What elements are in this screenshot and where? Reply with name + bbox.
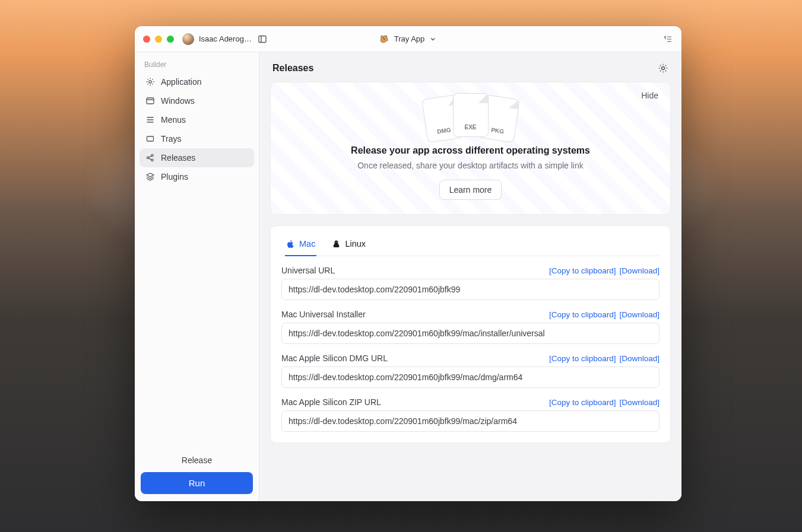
download-link[interactable]: [Download] bbox=[619, 266, 660, 275]
sidebar-item-label: Windows bbox=[161, 96, 195, 106]
url-label: Mac Apple Silicon DMG URL bbox=[281, 353, 388, 363]
app-name-label: Tray App bbox=[394, 34, 425, 43]
titlebar-right-menu-icon[interactable] bbox=[664, 34, 673, 44]
sidebar-footer: Release Run bbox=[135, 445, 259, 501]
url-input-mac-arm64-zip[interactable] bbox=[281, 410, 660, 432]
sidebar-item-label: Trays bbox=[161, 134, 181, 144]
sidebar-item-windows[interactable]: Windows bbox=[140, 91, 254, 110]
sidebar-list: Application Windows Menus bbox=[135, 72, 259, 186]
svg-rect-2 bbox=[147, 98, 154, 104]
traffic-lights bbox=[143, 36, 174, 43]
file-illustration: DMG EXE PKG bbox=[284, 93, 657, 137]
svg-rect-0 bbox=[259, 36, 266, 42]
sidebar-item-label: Plugins bbox=[161, 172, 188, 181]
panel-toggle-icon[interactable] bbox=[258, 34, 267, 44]
tab-label: Linux bbox=[345, 239, 366, 249]
run-button[interactable]: Run bbox=[141, 472, 253, 494]
url-block-mac-arm64-dmg: Mac Apple Silicon DMG URL [Copy to clipb… bbox=[281, 353, 660, 388]
svg-point-9 bbox=[335, 241, 336, 242]
release-link[interactable]: Release bbox=[141, 451, 253, 470]
tab-mac[interactable]: Mac bbox=[285, 234, 316, 256]
username-label[interactable]: Isaac Aderog… bbox=[199, 34, 252, 43]
sidebar-item-label: Releases bbox=[161, 153, 195, 163]
hero-heading: Release your app across different operat… bbox=[284, 145, 657, 156]
copy-to-clipboard-link[interactable]: [Copy to clipboard] bbox=[549, 398, 616, 407]
page-title: Releases bbox=[272, 63, 313, 74]
sidebar-item-trays[interactable]: Trays bbox=[140, 129, 254, 148]
settings-gear-icon[interactable] bbox=[658, 63, 668, 74]
copy-to-clipboard-link[interactable]: [Copy to clipboard] bbox=[549, 266, 616, 275]
copy-to-clipboard-link[interactable]: [Copy to clipboard] bbox=[549, 310, 616, 319]
url-label: Mac Universal Installer bbox=[281, 310, 366, 319]
app-window: Isaac Aderog… Tray App Builder bbox=[135, 26, 681, 501]
hero-subheading: Once released, share your desktop artifa… bbox=[284, 161, 657, 170]
main-header: Releases bbox=[270, 63, 671, 82]
platform-tabs: Mac Linux bbox=[281, 234, 660, 256]
download-link[interactable]: [Download] bbox=[619, 310, 660, 319]
sidebar: Builder Application Windows bbox=[135, 52, 259, 501]
menu-icon bbox=[145, 115, 155, 125]
tray-icon bbox=[145, 134, 155, 144]
url-input-universal[interactable] bbox=[281, 279, 660, 300]
svg-point-4 bbox=[147, 157, 148, 158]
url-label: Mac Apple Silicon ZIP URL bbox=[281, 397, 381, 407]
tab-linux[interactable]: Linux bbox=[331, 234, 367, 256]
minimize-window-button[interactable] bbox=[155, 36, 162, 43]
url-block-mac-arm64-zip: Mac Apple Silicon ZIP URL [Copy to clipb… bbox=[281, 397, 660, 432]
svg-point-6 bbox=[151, 159, 153, 161]
titlebar: Isaac Aderog… Tray App bbox=[135, 26, 681, 52]
avatar[interactable] bbox=[182, 33, 194, 45]
sidebar-section-label: Builder bbox=[135, 52, 259, 72]
titlebar-app-switcher[interactable]: Tray App bbox=[380, 34, 437, 44]
download-link[interactable]: [Download] bbox=[619, 354, 660, 363]
learn-more-button[interactable]: Learn more bbox=[439, 180, 502, 200]
sidebar-item-releases[interactable]: Releases bbox=[140, 148, 254, 167]
url-input-mac-universal-installer[interactable] bbox=[281, 323, 660, 344]
stack-icon bbox=[145, 172, 155, 181]
copy-to-clipboard-link[interactable]: [Copy to clipboard] bbox=[549, 354, 616, 363]
window-body: Builder Application Windows bbox=[135, 52, 681, 501]
svg-point-10 bbox=[337, 241, 337, 242]
hero-card: Hide DMG EXE PKG Release your app across… bbox=[270, 82, 671, 215]
svg-point-5 bbox=[151, 154, 153, 156]
sidebar-item-plugins[interactable]: Plugins bbox=[140, 167, 254, 186]
maximize-window-button[interactable] bbox=[167, 36, 174, 43]
tab-label: Mac bbox=[299, 239, 315, 249]
sidebar-item-menus[interactable]: Menus bbox=[140, 110, 254, 129]
chevron-down-icon bbox=[429, 36, 436, 43]
url-block-mac-universal-installer: Mac Universal Installer [Copy to clipboa… bbox=[281, 310, 660, 344]
svg-rect-3 bbox=[147, 136, 154, 141]
linux-icon bbox=[332, 240, 341, 249]
urls-card: Mac Linux Universal URL [Copy to clipboa… bbox=[270, 225, 671, 443]
file-icon-exe: EXE bbox=[453, 93, 489, 137]
url-input-mac-arm64-dmg[interactable] bbox=[281, 367, 660, 388]
download-link[interactable]: [Download] bbox=[619, 398, 660, 407]
app-icon bbox=[380, 34, 389, 44]
window-icon bbox=[145, 96, 155, 106]
sidebar-item-label: Application bbox=[161, 77, 202, 87]
svg-point-7 bbox=[662, 67, 665, 70]
url-block-universal: Universal URL [Copy to clipboard] [Downl… bbox=[281, 266, 660, 300]
gear-icon bbox=[145, 77, 155, 87]
share-icon bbox=[145, 153, 155, 163]
main-pane: Releases Hide DMG EXE PKG Release your a… bbox=[259, 52, 681, 501]
close-window-button[interactable] bbox=[143, 36, 150, 43]
apple-icon bbox=[286, 240, 295, 249]
sidebar-item-label: Menus bbox=[161, 115, 186, 125]
url-label: Universal URL bbox=[281, 266, 335, 275]
sidebar-item-application[interactable]: Application bbox=[140, 72, 254, 91]
svg-point-1 bbox=[149, 81, 151, 83]
